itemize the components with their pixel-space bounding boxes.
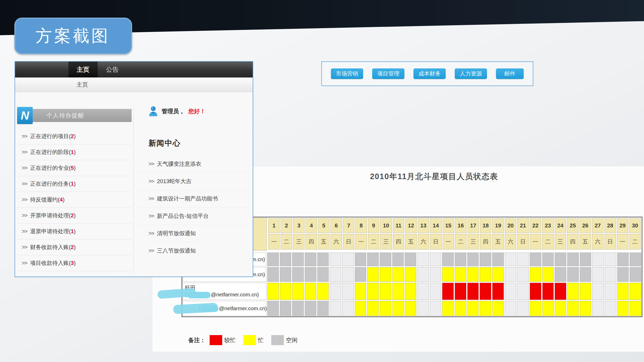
status-cell-day30 [630,283,641,300]
todo-item-8[interactable]: >>项目收款待入账(3) [17,255,132,271]
todo-item-3[interactable]: >>正在进行的任务(1) [17,176,132,192]
todo-item-7[interactable]: >>财务收款待入账(2) [17,239,132,255]
status-cell-day5 [317,283,329,300]
todo-title-bar: 个人待办提醒 [33,109,132,122]
status-cell-day27 [592,283,604,300]
module-button-label: 成本财务 [419,70,441,77]
paren: ( [69,165,71,171]
status-cell-day20 [505,267,516,282]
paren: ) [63,196,64,203]
module-button-label: 人力资源 [460,70,482,77]
weekday-cell: 二 [368,234,379,250]
status-cell-day19 [492,253,504,266]
status-cell-day26 [580,253,591,266]
user-avatar-icon [148,106,158,117]
status-cell-day3 [292,253,304,266]
paren: ) [74,149,75,155]
day-number-cell: 10 [380,218,392,233]
legend-swatch [210,335,222,345]
arrow-prefix: >> [22,196,27,203]
todo-item-label: 项目收款待入账 [30,259,69,267]
module-button-1[interactable]: 项目管理 [372,68,404,79]
todo-item-count: 4 [60,196,63,203]
weekday-cell: 五 [405,234,416,250]
status-cell-day2 [280,301,291,316]
news-item-0[interactable]: >>天气骤变注意添衣 [136,155,250,173]
day-number-cell: 12 [405,218,416,233]
paren: ( [69,212,71,219]
todo-item-count: 1 [71,181,74,187]
day-number-cell: 24 [555,218,566,233]
status-cell-day14 [430,253,441,266]
news-item-5[interactable]: >>三八节放假通知 [136,242,250,259]
module-button-3[interactable]: 人力资源 [455,68,487,79]
weekday-cell: 二 [629,234,641,250]
news-item-3[interactable]: >>新产品公告-短信平台 [136,208,250,225]
status-cell-day2 [280,267,291,282]
module-button-label: 市场营销 [336,70,358,77]
status-legend: 备注： 较忙忙空闲 [188,334,305,346]
todo-item-0[interactable]: >>正在进行的项目(2) [17,129,132,144]
tab-announcements[interactable]: 公告 [99,62,125,77]
weekday-cell: 三 [380,234,392,250]
status-cell-day29 [617,253,629,266]
tab-home[interactable]: 主页 [68,62,98,77]
status-cell-day6 [330,267,341,282]
todo-panel: N 个人待办提醒 >>正在进行的项目(2)>>正在进行的阶段(1)>>正在进行的… [17,107,132,271]
module-button-2[interactable]: 成本财务 [413,68,446,79]
day-number-cell: 28 [604,218,616,233]
module-button-4[interactable]: 邮件 [496,68,524,79]
legend-swatch [243,335,256,345]
todo-item-4[interactable]: >>待反馈履约(4) [17,192,132,208]
status-cell-day8 [355,267,366,282]
weekday-cell: 日 [604,234,616,250]
status-cell-day6 [330,253,341,266]
status-cell-day17 [467,301,479,316]
weekday-cell: 日 [430,234,441,250]
arrow-prefix: >> [148,178,154,185]
status-cell-day22 [530,253,541,266]
arrow-prefix: >> [148,195,154,202]
status-cell-day20 [505,301,516,316]
todo-item-1[interactable]: >>正在进行的阶段(1) [17,144,132,160]
todo-item-label: 开票申请待处理 [30,212,69,219]
status-cell-day28 [605,283,616,300]
day-number-cell: 6 [330,218,342,233]
portal-subbar: 主页 [15,77,253,92]
day-number-cell: 20 [505,218,516,233]
weekday-cell: 日 [343,234,354,250]
module-button-0[interactable]: 市场营销 [331,68,363,79]
weekday-cell: 四 [567,234,578,250]
news-item-title: 天气骤变注意添衣 [157,160,201,168]
todo-item-6[interactable]: >>退票申请待处理(1) [17,224,132,239]
status-cell-day16 [455,283,466,300]
status-cell-day13 [417,301,429,316]
weekday-cell: 一 [355,234,367,250]
status-cell-day28 [605,267,616,282]
news-item-4[interactable]: >>清明节放假通知 [136,225,250,242]
status-cell-day3 [292,267,304,282]
status-cell-day21 [517,283,529,300]
day-number-cell: 22 [530,218,541,233]
todo-item-2[interactable]: >>正在进行的专业(5) [17,160,132,176]
news-item-1[interactable]: >>2013蛇年大吉 [136,173,250,190]
weekday-cell: 五 [492,234,504,250]
status-cell-day13 [417,253,429,266]
arrow-prefix: >> [22,212,27,219]
status-cell-day18 [480,283,491,300]
arrow-prefix: >> [22,133,27,140]
status-cell-day29 [617,283,629,300]
news-item-2[interactable]: >>建筑设计一期产品功能书 [136,190,250,208]
person-row-3: (@netfarmer.com.cn) [182,300,642,316]
status-cell-day12 [405,267,416,282]
status-cell-day10 [380,301,391,316]
day-number-cell: 25 [567,218,578,233]
day-number-cell: 9 [368,218,379,233]
news-item-title: 三八节放假通知 [157,247,196,255]
status-cell-day21 [517,267,529,282]
status-cell-day24 [555,301,566,316]
status-cell-day14 [430,301,441,316]
status-cell-day15 [442,253,454,266]
todo-list: >>正在进行的项目(2)>>正在进行的阶段(1)>>正在进行的专业(5)>>正在… [17,129,132,271]
todo-item-5[interactable]: >>开票申请待处理(2) [17,208,132,224]
